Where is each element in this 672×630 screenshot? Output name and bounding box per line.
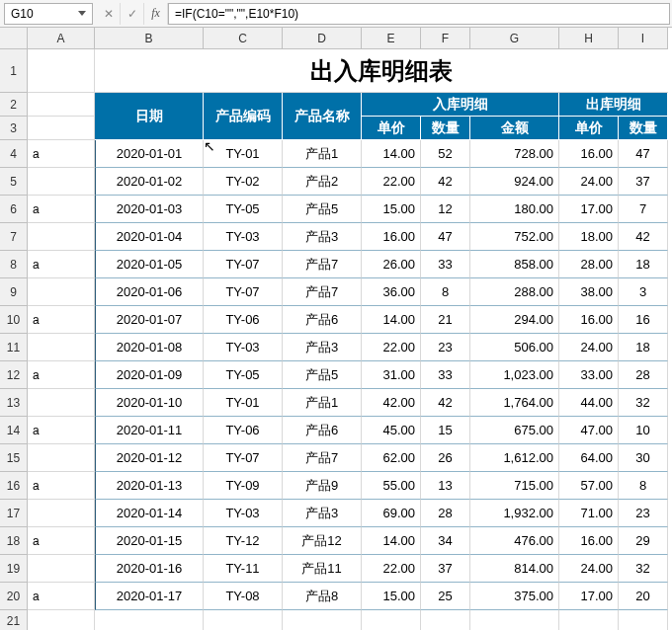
data-cell[interactable]: 1,764.00 — [470, 389, 559, 417]
cell[interactable] — [421, 610, 470, 630]
name-box[interactable]: G10 — [4, 3, 93, 25]
data-cell[interactable]: 7 — [619, 196, 668, 223]
data-cell[interactable]: 62.00 — [362, 444, 421, 472]
row-header[interactable]: 10 — [0, 306, 28, 334]
data-cell[interactable]: 33 — [421, 251, 470, 278]
column-header[interactable]: B — [95, 28, 204, 49]
insert-function-button[interactable]: fx — [144, 3, 168, 25]
data-cell[interactable]: 180.00 — [470, 196, 559, 223]
data-cell[interactable]: 1,932.00 — [470, 500, 559, 527]
data-cell[interactable]: TY-03 — [204, 223, 283, 251]
cell[interactable] — [28, 500, 95, 527]
data-cell[interactable]: 506.00 — [470, 334, 559, 361]
column-header[interactable]: E — [362, 28, 421, 49]
data-cell[interactable]: 23 — [421, 334, 470, 361]
row-header[interactable]: 21 — [0, 610, 28, 630]
cell[interactable] — [619, 610, 668, 630]
data-cell[interactable]: 2020-01-15 — [95, 527, 204, 555]
data-cell[interactable]: 15.00 — [362, 196, 421, 223]
data-cell[interactable]: 18.00 — [559, 223, 619, 251]
row-header[interactable]: 3 — [0, 117, 28, 140]
data-cell[interactable]: 28 — [421, 500, 470, 527]
data-cell[interactable]: TY-05 — [204, 361, 283, 389]
row-header[interactable]: 2 — [0, 93, 28, 117]
data-cell[interactable]: 69.00 — [362, 500, 421, 527]
data-cell[interactable]: 产品3 — [283, 500, 362, 527]
data-cell[interactable]: 产品12 — [283, 527, 362, 555]
row-header[interactable]: 8 — [0, 251, 28, 278]
data-cell[interactable]: 2020-01-12 — [95, 444, 204, 472]
data-cell[interactable]: 924.00 — [470, 168, 559, 196]
data-cell[interactable]: 294.00 — [470, 306, 559, 334]
formula-input[interactable]: =IF(C10="","",E10*F10) — [168, 3, 670, 25]
data-cell[interactable]: 2020-01-01 — [95, 140, 204, 168]
row-header[interactable]: 11 — [0, 334, 28, 361]
column-header[interactable]: F — [421, 28, 470, 49]
cell[interactable]: a — [28, 306, 95, 334]
data-cell[interactable]: 12 — [421, 196, 470, 223]
data-cell[interactable]: 14.00 — [362, 306, 421, 334]
data-cell[interactable]: 2020-01-13 — [95, 472, 204, 500]
data-cell[interactable]: 31.00 — [362, 361, 421, 389]
column-header[interactable]: G — [470, 28, 559, 49]
column-header[interactable]: I — [619, 28, 668, 49]
data-cell[interactable]: TY-08 — [204, 583, 283, 610]
data-cell[interactable]: 产品5 — [283, 196, 362, 223]
data-cell[interactable]: 3 — [619, 278, 668, 306]
cell[interactable] — [28, 555, 95, 583]
cell[interactable] — [28, 223, 95, 251]
row-header[interactable]: 14 — [0, 417, 28, 444]
cell[interactable]: a — [28, 472, 95, 500]
data-cell[interactable]: 16.00 — [362, 223, 421, 251]
cell[interactable] — [559, 610, 619, 630]
data-cell[interactable]: 32 — [619, 555, 668, 583]
cell[interactable]: a — [28, 196, 95, 223]
select-all-corner[interactable] — [0, 28, 28, 49]
row-header[interactable]: 20 — [0, 583, 28, 610]
data-cell[interactable]: 22.00 — [362, 555, 421, 583]
data-cell[interactable]: 2020-01-14 — [95, 500, 204, 527]
data-cell[interactable]: 产品1 — [283, 140, 362, 168]
row-header[interactable]: 13 — [0, 389, 28, 417]
data-cell[interactable]: 16.00 — [559, 527, 619, 555]
row-header[interactable]: 7 — [0, 223, 28, 251]
data-cell[interactable]: 34 — [421, 527, 470, 555]
column-header[interactable]: A — [28, 28, 95, 49]
cell[interactable] — [28, 117, 95, 140]
data-cell[interactable]: 8 — [619, 472, 668, 500]
data-cell[interactable]: 715.00 — [470, 472, 559, 500]
data-cell[interactable]: 26.00 — [362, 251, 421, 278]
data-cell[interactable]: 2020-01-02 — [95, 168, 204, 196]
data-cell[interactable]: 15.00 — [362, 583, 421, 610]
row-header[interactable]: 4 — [0, 140, 28, 168]
data-cell[interactable]: 2020-01-11 — [95, 417, 204, 444]
data-cell[interactable]: 375.00 — [470, 583, 559, 610]
cell[interactable] — [28, 168, 95, 196]
data-cell[interactable]: 45.00 — [362, 417, 421, 444]
data-cell[interactable]: 2020-01-16 — [95, 555, 204, 583]
data-cell[interactable]: 32 — [619, 389, 668, 417]
row-header[interactable]: 12 — [0, 361, 28, 389]
data-cell[interactable]: TY-12 — [204, 527, 283, 555]
data-cell[interactable]: 2020-01-06 — [95, 278, 204, 306]
row-header[interactable]: 6 — [0, 196, 28, 223]
cell[interactable] — [28, 389, 95, 417]
data-cell[interactable]: TY-05 — [204, 196, 283, 223]
cell[interactable] — [28, 93, 95, 117]
data-cell[interactable]: 42 — [421, 389, 470, 417]
data-cell[interactable]: 23 — [619, 500, 668, 527]
data-cell[interactable]: 22.00 — [362, 334, 421, 361]
data-cell[interactable]: 2020-01-04 — [95, 223, 204, 251]
cell[interactable]: a — [28, 251, 95, 278]
data-cell[interactable]: 产品7 — [283, 278, 362, 306]
data-cell[interactable]: 2020-01-09 — [95, 361, 204, 389]
data-cell[interactable]: 42 — [619, 223, 668, 251]
data-cell[interactable]: 16.00 — [559, 306, 619, 334]
cancel-formula-button[interactable]: ✕ — [97, 3, 121, 25]
data-cell[interactable]: TY-07 — [204, 278, 283, 306]
data-cell[interactable]: 16.00 — [559, 140, 619, 168]
cell[interactable]: a — [28, 583, 95, 610]
data-cell[interactable]: TY-03 — [204, 334, 283, 361]
data-cell[interactable]: 52 — [421, 140, 470, 168]
data-cell[interactable]: TY-09 — [204, 472, 283, 500]
